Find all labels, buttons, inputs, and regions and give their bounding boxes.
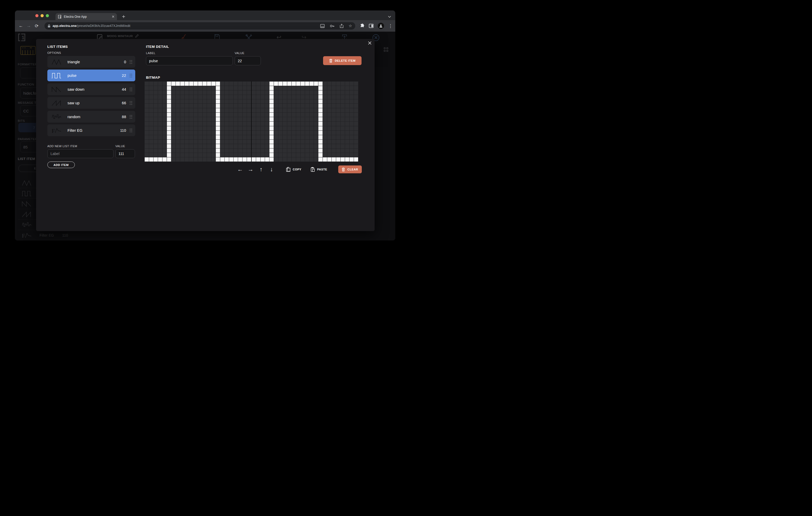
bitmap-cell[interactable] xyxy=(207,108,211,113)
bitmap-cell[interactable] xyxy=(238,95,242,99)
bitmap-cell[interactable] xyxy=(202,144,207,148)
bitmap-cell[interactable] xyxy=(327,144,331,148)
bitmap-cell[interactable] xyxy=(283,144,287,148)
bitmap-cell[interactable] xyxy=(225,157,229,161)
bitmap-cell[interactable] xyxy=(318,99,323,103)
bitmap-cell[interactable] xyxy=(336,117,340,121)
bitmap-cell[interactable] xyxy=(323,104,327,108)
bitmap-cell[interactable] xyxy=(220,86,225,90)
bitmap-cell[interactable] xyxy=(216,135,220,139)
bitmap-cell[interactable] xyxy=(167,122,171,126)
bitmap-cell[interactable] xyxy=(345,131,349,135)
bitmap-cell[interactable] xyxy=(296,95,300,99)
bitmap-cell[interactable] xyxy=(234,99,238,103)
bitmap-cell[interactable] xyxy=(207,95,211,99)
bitmap-cell[interactable] xyxy=(149,104,153,108)
bitmap-cell[interactable] xyxy=(256,117,260,121)
bitmap-cell[interactable] xyxy=(336,140,340,144)
bitmap-cell[interactable] xyxy=(220,122,225,126)
bitmap-cell[interactable] xyxy=(283,149,287,153)
bitmap-cell[interactable] xyxy=(153,95,158,99)
bitmap-cell[interactable] xyxy=(189,90,193,95)
bitmap-cell[interactable] xyxy=(261,108,265,113)
bitmap-cell[interactable] xyxy=(252,126,256,130)
bitmap-cell[interactable] xyxy=(189,86,193,90)
bitmap-cell[interactable] xyxy=(238,149,242,153)
bitmap-cell[interactable] xyxy=(158,122,162,126)
bitmap-cell[interactable] xyxy=(163,153,167,157)
bitmap-cell[interactable] xyxy=(171,144,176,148)
bitmap-cell[interactable] xyxy=(180,90,184,95)
bitmap-cell[interactable] xyxy=(252,149,256,153)
bitmap-cell[interactable] xyxy=(283,104,287,108)
bitmap-cell[interactable] xyxy=(207,126,211,130)
bitmap-cell[interactable] xyxy=(247,144,251,148)
bitmap-cell[interactable] xyxy=(305,104,309,108)
bitmap-cell[interactable] xyxy=(207,99,211,103)
bitmap-cell[interactable] xyxy=(287,90,291,95)
bitmap-cell[interactable] xyxy=(247,86,251,90)
bitmap-cell[interactable] xyxy=(252,122,256,126)
list-item-pulse[interactable]: pulse 22 xyxy=(47,69,135,81)
bitmap-cell[interactable] xyxy=(229,135,233,139)
bitmap-cell[interactable] xyxy=(242,153,247,157)
bitmap-cell[interactable] xyxy=(323,144,327,148)
bitmap-cell[interactable] xyxy=(296,99,300,103)
bitmap-cell[interactable] xyxy=(265,144,269,148)
bitmap-cell[interactable] xyxy=(149,140,153,144)
bitmap-cell[interactable] xyxy=(332,131,336,135)
bitmap-cell[interactable] xyxy=(149,131,153,135)
bitmap-cell[interactable] xyxy=(176,153,180,157)
bitmap-cell[interactable] xyxy=(269,149,273,153)
bitmap-cell[interactable] xyxy=(327,113,331,117)
bitmap-cell[interactable] xyxy=(229,117,233,121)
bitmap-cell[interactable] xyxy=(242,82,247,86)
bitmap-cell[interactable] xyxy=(220,104,225,108)
bitmap-cell[interactable] xyxy=(194,153,198,157)
bitmap-cell[interactable] xyxy=(345,135,349,139)
bitmap-cell[interactable] xyxy=(341,117,345,121)
bitmap-cell[interactable] xyxy=(287,117,291,121)
bitmap-cell[interactable] xyxy=(225,113,229,117)
bitmap-cell[interactable] xyxy=(158,157,162,161)
bitmap-cell[interactable] xyxy=(345,144,349,148)
bitmap-cell[interactable] xyxy=(176,117,180,121)
bitmap-cell[interactable] xyxy=(287,135,291,139)
bitmap-cell[interactable] xyxy=(332,153,336,157)
bitmap-cell[interactable] xyxy=(332,95,336,99)
bitmap-cell[interactable] xyxy=(225,126,229,130)
bitmap-cell[interactable] xyxy=(300,117,305,121)
bitmap-cell[interactable] xyxy=(252,144,256,148)
bitmap-cell[interactable] xyxy=(332,157,336,161)
bitmap-cell[interactable] xyxy=(211,108,215,113)
bitmap-cell[interactable] xyxy=(261,153,265,157)
bitmap-cell[interactable] xyxy=(171,149,176,153)
bitmap-cell[interactable] xyxy=(180,82,184,86)
bitmap-cell[interactable] xyxy=(247,82,251,86)
bitmap-cell[interactable] xyxy=(265,140,269,144)
bitmap-cell[interactable] xyxy=(265,113,269,117)
bitmap-cell[interactable] xyxy=(332,117,336,121)
bitmap-cell[interactable] xyxy=(225,108,229,113)
bitmap-cell[interactable] xyxy=(176,157,180,161)
bitmap-cell[interactable] xyxy=(327,86,331,90)
bitmap-cell[interactable] xyxy=(305,135,309,139)
bitmap-cell[interactable] xyxy=(318,153,323,157)
bitmap-cell[interactable] xyxy=(269,122,273,126)
bitmap-cell[interactable] xyxy=(283,153,287,157)
bitmap-cell[interactable] xyxy=(153,86,158,90)
bitmap-cell[interactable] xyxy=(158,104,162,108)
bitmap-cell[interactable] xyxy=(247,99,251,103)
bitmap-cell[interactable] xyxy=(256,113,260,117)
bitmap-cell[interactable] xyxy=(163,90,167,95)
bitmap-cell[interactable] xyxy=(225,95,229,99)
bitmap-cell[interactable] xyxy=(278,140,283,144)
bitmap-cell[interactable] xyxy=(158,82,162,86)
bitmap-cell[interactable] xyxy=(314,117,318,121)
bitmap-cell[interactable] xyxy=(327,82,331,86)
bitmap-cell[interactable] xyxy=(242,104,247,108)
bitmap-cell[interactable] xyxy=(202,131,207,135)
bitmap-cell[interactable] xyxy=(216,86,220,90)
bitmap-cell[interactable] xyxy=(167,126,171,130)
bitmap-cell[interactable] xyxy=(341,153,345,157)
